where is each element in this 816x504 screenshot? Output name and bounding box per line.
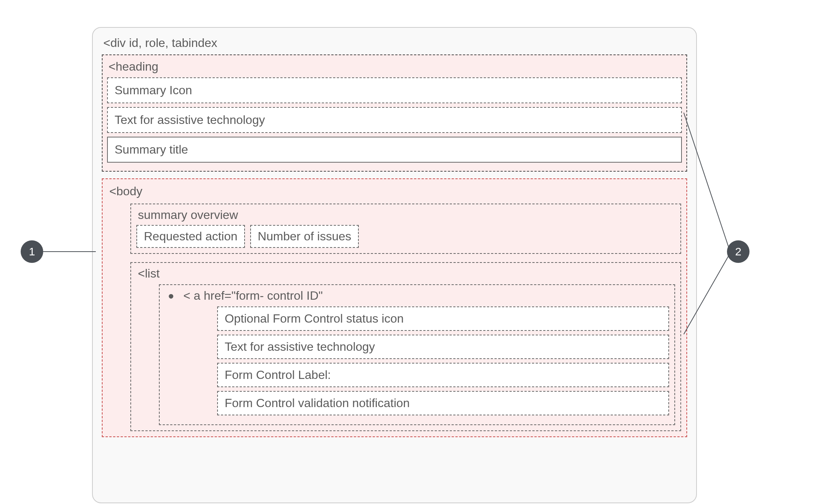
form-control-status-icon-box: Optional Form Control status icon <box>217 306 669 331</box>
assistive-text-box: Text for assistive technology <box>107 107 682 133</box>
summary-icon-box: Summary Icon <box>107 77 682 103</box>
body-section: <body summary overview Requested action … <box>102 178 687 437</box>
heading-section: <heading Summary Icon Text for assistive… <box>102 54 687 172</box>
callout-1-label: 1 <box>29 245 35 258</box>
callout-1: 1 <box>21 240 43 263</box>
callout-2-label: 2 <box>735 245 742 258</box>
bullet-icon: ● <box>165 289 174 303</box>
list-section: <list ● < a href="form- control ID" Opti… <box>130 262 681 431</box>
requested-action-box: Requested action <box>136 225 245 248</box>
assistive-text-sub-box: Text for assistive technology <box>217 335 669 359</box>
form-control-validation-box: Form Control validation notification <box>217 391 669 415</box>
summary-title-box: Summary title <box>107 137 682 163</box>
callout-2: 2 <box>727 240 750 263</box>
heading-section-label: <heading <box>107 59 682 77</box>
summary-overview-label: summary overview <box>136 208 675 225</box>
outer-container: <div id, role, tabindex <heading Summary… <box>92 27 697 503</box>
summary-overview-box: summary overview Requested action Number… <box>130 204 681 254</box>
list-item-link-label: < a href="form- control ID" <box>183 289 669 306</box>
number-of-issues-box: Number of issues <box>250 225 359 248</box>
list-item: ● < a href="form- control ID" Optional F… <box>159 284 675 425</box>
body-section-label: <body <box>108 183 681 204</box>
form-control-label-box: Form Control Label: <box>217 363 669 387</box>
list-section-label: <list <box>136 267 675 284</box>
outer-container-label: <div id, role, tabindex <box>102 35 687 54</box>
